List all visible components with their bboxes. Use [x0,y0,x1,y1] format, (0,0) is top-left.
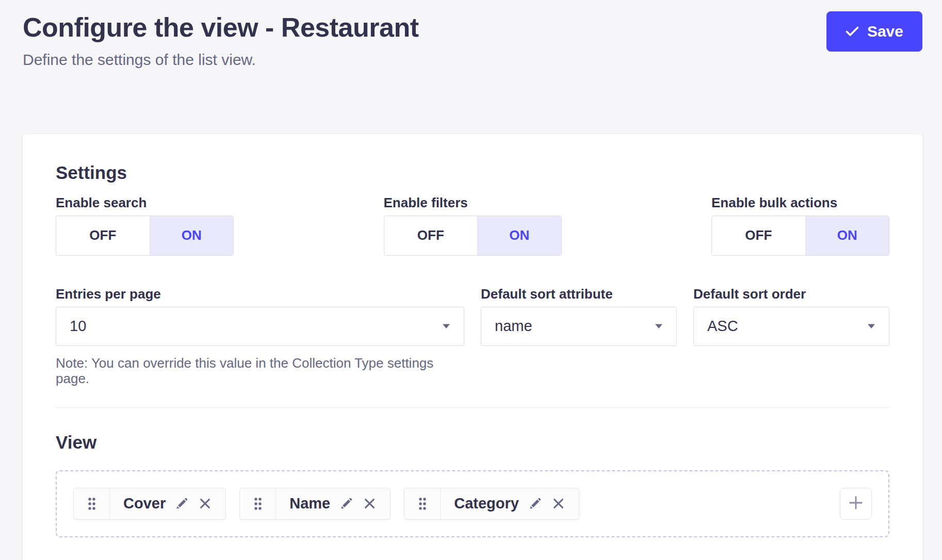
close-icon[interactable] [363,497,377,510]
default-sort-attribute-value: name [495,318,532,335]
settings-card: Settings Enable search OFF ON Enable fil… [23,134,922,560]
close-icon[interactable] [198,497,212,510]
entries-per-page-label: Entries per page [56,286,464,302]
save-button[interactable]: Save [826,11,922,52]
view-fields-dropzone: Cover Name [56,470,889,537]
default-sort-attribute-label: Default sort attribute [481,286,677,302]
enable-filters-off-option[interactable]: OFF [384,216,478,255]
default-sort-order-value: ASC [707,318,738,335]
enable-bulk-actions-on-option[interactable]: ON [805,216,889,255]
drag-handle-icon[interactable] [74,488,110,519]
drag-handle-icon[interactable] [240,488,276,519]
entries-per-page-select[interactable]: 10 [56,307,464,346]
default-sort-attribute-field: Default sort attribute name [481,286,677,386]
view-field-chip-category[interactable]: Category [404,488,579,520]
enable-search-off-option[interactable]: OFF [56,216,150,255]
default-sort-order-field: Default sort order ASC [693,286,889,386]
page-header: Configure the view - Restaurant Define t… [23,12,922,69]
edit-icon[interactable] [339,497,353,510]
edit-icon[interactable] [528,497,542,510]
view-heading: View [56,432,889,453]
default-sort-order-label: Default sort order [693,286,889,302]
page-header-text: Configure the view - Restaurant Define t… [23,12,419,69]
enable-filters-field: Enable filters OFF ON [384,195,562,256]
default-sort-attribute-select[interactable]: name [481,307,677,346]
check-icon [846,26,859,37]
enable-search-field: Enable search OFF ON [56,195,234,256]
chip-label: Name [289,495,330,512]
enable-filters-label: Enable filters [384,195,562,210]
selects-row: Entries per page 10 Note: You can overri… [56,286,889,386]
view-field-chip-name[interactable]: Name [239,488,391,520]
entries-per-page-note: Note: You can override this value in the… [56,355,464,386]
drag-handle-icon[interactable] [404,488,441,519]
enable-bulk-actions-toggle: OFF ON [711,216,889,256]
save-button-label: Save [867,23,903,40]
enable-filters-on-option[interactable]: ON [477,216,561,255]
section-divider [56,407,889,408]
plus-icon [847,494,865,513]
enable-search-on-option[interactable]: ON [150,216,233,255]
entries-per-page-value: 10 [70,318,86,335]
enable-bulk-actions-field: Enable bulk actions OFF ON [711,195,889,256]
page-subtitle: Define the settings of the list view. [23,51,419,69]
page-title: Configure the view - Restaurant [23,12,419,43]
enable-bulk-actions-off-option[interactable]: OFF [712,216,805,255]
toggles-row: Enable search OFF ON Enable filters OFF … [56,195,889,256]
configure-view-page: Configure the view - Restaurant Define t… [0,0,942,560]
chevron-down-icon [867,323,875,329]
chip-label: Cover [123,495,166,512]
chip-body: Cover [110,488,225,519]
enable-search-label: Enable search [56,195,234,210]
chevron-down-icon [655,323,663,329]
chip-label: Category [454,495,519,512]
close-icon[interactable] [551,497,565,510]
settings-heading: Settings [56,162,889,184]
enable-filters-toggle: OFF ON [384,216,562,256]
chevron-down-icon [442,323,450,329]
add-field-button[interactable] [840,488,872,520]
chip-body: Category [441,488,579,519]
enable-search-toggle: OFF ON [56,216,234,256]
view-field-chip-cover[interactable]: Cover [73,488,226,520]
enable-bulk-actions-label: Enable bulk actions [711,195,889,210]
chip-body: Name [276,488,390,519]
entries-per-page-field: Entries per page 10 Note: You can overri… [56,286,464,386]
edit-icon[interactable] [175,497,189,510]
default-sort-order-select[interactable]: ASC [693,307,889,346]
